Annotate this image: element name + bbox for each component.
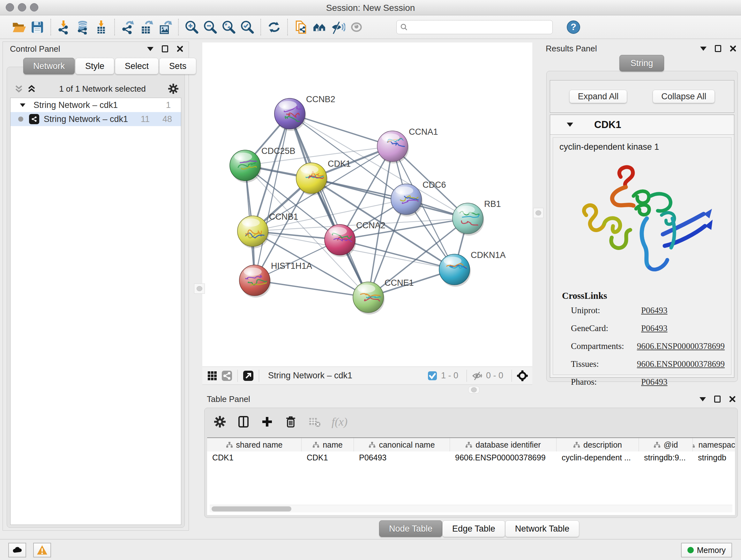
column-header[interactable]: database identifier bbox=[450, 438, 556, 451]
collapse-all-button[interactable]: Collapse All bbox=[653, 90, 715, 103]
tissues-link[interactable]: 9606.ENSP00000378699 bbox=[637, 359, 725, 369]
save-session-button[interactable] bbox=[28, 18, 47, 37]
column-header[interactable]: namespace bbox=[693, 438, 735, 451]
node-label: RB1 bbox=[484, 199, 501, 209]
column-header[interactable]: description bbox=[556, 438, 639, 451]
delete-column-trash-icon[interactable] bbox=[284, 415, 297, 428]
tree-expand-icon[interactable] bbox=[20, 103, 25, 107]
tab-network[interactable]: Network bbox=[23, 58, 75, 74]
show-columns-icon[interactable] bbox=[237, 415, 250, 428]
hidden-eye-slash-icon[interactable] bbox=[472, 370, 483, 381]
network-row-selected[interactable]: String Network – cdk1 11 48 bbox=[10, 112, 181, 126]
panel-menu-icon[interactable] bbox=[699, 397, 706, 401]
tab-network-table[interactable]: Network Table bbox=[505, 520, 580, 537]
hidden-node-edge-counts: 0 - 0 bbox=[486, 371, 503, 381]
network-node-cdkn1a[interactable]: CDKN1A bbox=[439, 250, 506, 287]
table-horizontal-scrollbar[interactable] bbox=[210, 505, 732, 512]
tab-node-table[interactable]: Node Table bbox=[379, 520, 442, 537]
expand-all-networks-icon[interactable] bbox=[13, 83, 24, 94]
toolbar-divider bbox=[512, 370, 512, 382]
compartments-link[interactable]: 9606.ENSP00000378699 bbox=[637, 341, 725, 351]
export-table-button[interactable] bbox=[137, 18, 156, 37]
string-import-button[interactable] bbox=[292, 18, 310, 37]
memory-status-dot bbox=[687, 547, 694, 553]
left-splitter-handle[interactable] bbox=[194, 284, 205, 294]
help-button[interactable]: ? bbox=[564, 18, 583, 37]
search-field[interactable] bbox=[396, 20, 553, 34]
zoom-out-button[interactable] bbox=[201, 18, 219, 37]
table-options-gear-icon[interactable] bbox=[213, 415, 226, 428]
import-table-button[interactable] bbox=[92, 18, 111, 37]
panel-float-icon[interactable] bbox=[162, 45, 168, 52]
crosslink-row: Pharos: P06493 bbox=[571, 377, 725, 387]
tab-select[interactable]: Select bbox=[115, 58, 158, 74]
network-node-cdc25b[interactable]: CDC25B bbox=[230, 146, 295, 183]
network-share-icon[interactable] bbox=[221, 370, 232, 381]
scrollbar-thumb[interactable] bbox=[212, 506, 291, 511]
crosshair-icon[interactable] bbox=[517, 370, 528, 381]
tab-string[interactable]: String bbox=[619, 55, 664, 71]
memory-button[interactable]: Memory bbox=[681, 543, 732, 557]
network-node-cdk1[interactable]: CDK1 bbox=[296, 159, 351, 195]
crosslinks-heading: CrossLinks bbox=[562, 291, 725, 301]
open-session-button[interactable] bbox=[10, 18, 28, 37]
network-node-ccne1[interactable]: CCNE1 bbox=[353, 278, 414, 314]
panel-close-icon[interactable] bbox=[177, 45, 184, 52]
zoom-in-button[interactable] bbox=[183, 18, 201, 37]
search-icon bbox=[400, 23, 408, 31]
grid-view-icon[interactable] bbox=[207, 370, 218, 381]
tab-edge-table[interactable]: Edge Table bbox=[442, 520, 505, 537]
create-column-plus-icon[interactable] bbox=[261, 415, 273, 428]
control-panel-title: Control Panel bbox=[10, 44, 60, 54]
cloud-status-button[interactable] bbox=[8, 543, 26, 557]
network-canvas[interactable]: CCNB2CCNA1CDC25BCDK1CDC6RB1CCNB1CCNA2CDK… bbox=[202, 43, 532, 367]
panel-menu-icon[interactable] bbox=[700, 47, 706, 51]
toolbar-separator bbox=[287, 19, 288, 36]
panel-float-icon[interactable] bbox=[714, 395, 721, 402]
network-options-gear-icon[interactable] bbox=[168, 83, 179, 94]
crosslink-row: Compartments: 9606.ENSP00000378699 bbox=[571, 341, 725, 351]
expand-all-button[interactable]: Expand All bbox=[569, 90, 627, 103]
pharos-link[interactable]: P06493 bbox=[641, 377, 668, 387]
export-image-button[interactable] bbox=[156, 18, 174, 37]
column-header[interactable]: shared name bbox=[207, 438, 301, 451]
birds-eye-view-icon[interactable] bbox=[243, 370, 254, 381]
network-node-rb1[interactable]: RB1 bbox=[453, 199, 501, 236]
import-network-button[interactable] bbox=[55, 18, 73, 37]
results-controls-box: Expand All Collapse All bbox=[550, 80, 734, 113]
crosslinks-section: CrossLinks Uniprot: P06493 GeneCard: P06… bbox=[559, 291, 725, 387]
uniprot-link[interactable]: P06493 bbox=[641, 306, 668, 315]
network-node-ccna1[interactable]: CCNA1 bbox=[377, 127, 438, 164]
column-header[interactable]: name bbox=[301, 438, 354, 451]
zoom-fit-button[interactable] bbox=[219, 18, 238, 37]
enhanced-labels-hide-button[interactable] bbox=[329, 18, 347, 37]
string-home-button[interactable] bbox=[310, 18, 329, 37]
tab-sets[interactable]: Sets bbox=[159, 58, 196, 74]
right-splitter-handle[interactable] bbox=[533, 208, 543, 218]
panel-menu-icon[interactable] bbox=[147, 47, 153, 51]
panel-close-icon[interactable] bbox=[730, 45, 737, 52]
gene-section-header[interactable]: CDK1 bbox=[550, 115, 734, 135]
search-input[interactable] bbox=[411, 22, 549, 32]
network-node-hist1h1a[interactable]: HIST1H1A bbox=[239, 261, 312, 298]
import-network-from-database-button[interactable] bbox=[73, 18, 92, 37]
gene-collapse-icon[interactable] bbox=[567, 123, 573, 127]
warnings-button[interactable] bbox=[33, 543, 51, 557]
apply-layout-button[interactable] bbox=[265, 18, 283, 37]
table-row[interactable]: CDK1 CDK1 P06493 9606.ENSP00000378699 cy… bbox=[207, 451, 735, 465]
panel-float-icon[interactable] bbox=[715, 45, 721, 52]
column-header[interactable]: @id bbox=[639, 438, 693, 451]
node-label: CCNA2 bbox=[356, 221, 386, 230]
function-builder-icon-disabled: f(x) bbox=[332, 415, 347, 428]
show-graphics-details-button[interactable] bbox=[347, 18, 366, 37]
tab-style[interactable]: Style bbox=[75, 58, 114, 74]
selected-checkbox-icon[interactable] bbox=[427, 370, 438, 381]
zoom-selected-button[interactable] bbox=[238, 18, 257, 37]
export-network-button[interactable] bbox=[119, 18, 137, 37]
collapse-all-networks-icon[interactable] bbox=[26, 83, 37, 94]
network-graph[interactable]: CCNB2CCNA1CDC25BCDK1CDC6RB1CCNB1CCNA2CDK… bbox=[202, 43, 532, 367]
genecard-link[interactable]: P06493 bbox=[641, 323, 668, 333]
panel-close-icon[interactable] bbox=[729, 395, 736, 402]
column-header[interactable]: canonical name bbox=[354, 438, 450, 451]
network-collection-row[interactable]: String Network – cdk1 1 bbox=[10, 98, 181, 112]
